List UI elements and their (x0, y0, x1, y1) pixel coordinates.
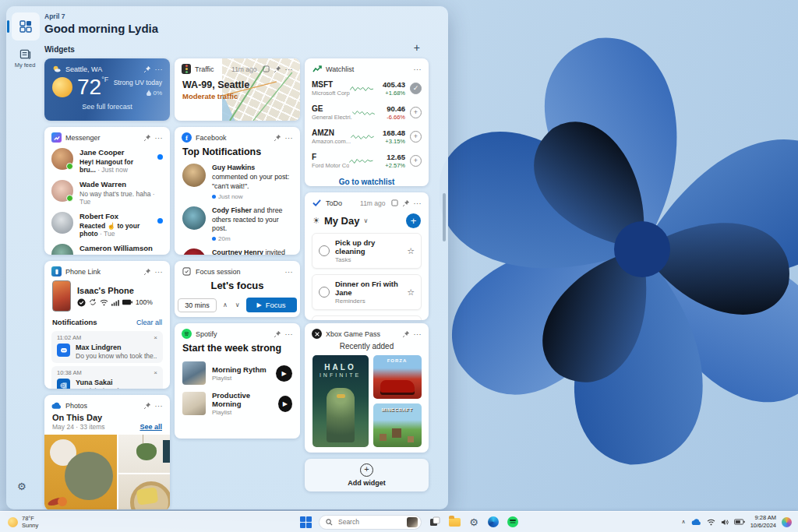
focus-duration-value[interactable]: 30 mins (178, 298, 217, 312)
xbox-game-pass-widget[interactable]: Xbox Game Pass ··· Recently added HALO I… (305, 323, 429, 453)
clear-all-link[interactable]: Clear all (136, 319, 162, 326)
game-cover-halo-infinite[interactable]: HALO INFINITE (312, 355, 369, 447)
game-cover-forza[interactable]: FORZA (373, 355, 422, 399)
more-options-icon[interactable]: ··· (155, 65, 164, 73)
pin-icon[interactable] (143, 402, 151, 410)
game-title: FORZA (373, 358, 422, 363)
traffic-widget[interactable]: Traffic 11m ago ··· WA-99, Seattle Moder… (175, 58, 300, 121)
pin-icon[interactable] (402, 330, 410, 338)
file-explorer-button[interactable] (448, 516, 461, 528)
sync-icon[interactable] (89, 298, 97, 306)
taskbar-weather-button[interactable]: 78°F Sunny (8, 515, 38, 530)
task-list: Tasks (335, 256, 401, 263)
expand-icon[interactable] (263, 65, 270, 72)
more-options-icon[interactable]: ··· (414, 199, 422, 207)
close-icon[interactable]: × (154, 369, 157, 376)
onedrive-icon[interactable] (691, 519, 701, 526)
chevron-down-icon[interactable]: ∨ (363, 217, 368, 224)
focus-start-button[interactable]: ▶Focus (246, 298, 297, 312)
stock-symbol: F (312, 153, 349, 161)
xbox-title: Xbox Game Pass (326, 330, 380, 338)
nav-widgets-button[interactable] (12, 12, 40, 41)
add-task-button[interactable]: + (406, 213, 421, 228)
messenger-widget[interactable]: Messenger ··· Jane Cooper Hey! Hangout f… (44, 127, 170, 255)
photo-collage (44, 435, 170, 509)
see-all-link[interactable]: See all (139, 423, 162, 431)
photo-thumbnail[interactable] (118, 474, 170, 509)
panel-scrollbar[interactable] (443, 193, 446, 241)
phone-notification: 11:02 AM× Max LindgrenDo you know who to… (51, 331, 163, 363)
game-title: MINECRAFT (373, 407, 422, 412)
edge-button[interactable] (487, 516, 500, 528)
more-options-icon[interactable]: ··· (285, 268, 294, 276)
game-cover-minecraft[interactable]: MINECRAFT (373, 403, 422, 447)
more-options-icon[interactable]: ··· (285, 65, 294, 73)
pin-icon[interactable] (402, 199, 410, 207)
close-icon[interactable]: × (154, 334, 157, 341)
photo-thumbnail[interactable] (44, 435, 117, 509)
pin-icon[interactable] (274, 65, 281, 73)
duration-decrease-button[interactable]: ∨ (234, 301, 242, 308)
add-widget-plus-button[interactable]: + (414, 42, 420, 53)
pin-icon[interactable] (143, 134, 151, 142)
phone-thumbnail[interactable] (52, 280, 71, 312)
copilot-icon[interactable] (782, 517, 792, 527)
pin-icon[interactable] (143, 65, 151, 73)
more-options-icon[interactable]: ··· (155, 402, 164, 410)
star-icon[interactable]: ☆ (407, 246, 415, 256)
todo-widget[interactable]: ToDo 11m ago ··· ☀ My Day ∨ + Pick up dr… (305, 192, 429, 320)
task-title: Pick up dry cleaning (335, 238, 401, 255)
watchlist-row: AMZNAmazon.com... 168.48+3.15% + (305, 125, 429, 149)
more-options-icon[interactable]: ··· (414, 65, 422, 73)
more-options-icon[interactable]: ··· (155, 268, 164, 276)
message-preview: Hope you're enjoying it in... · Mon (79, 254, 163, 255)
focus-session-widget[interactable]: Focus session ··· Let's focus 30 mins ∧ … (175, 261, 300, 317)
watchlist-add-button[interactable]: + (410, 155, 422, 167)
watchlist-added-button[interactable]: ✓ (410, 83, 422, 94)
weather-widget[interactable]: Seattle, WA ··· 72°F Strong UV today 0% … (44, 58, 170, 121)
start-button[interactable] (300, 516, 312, 528)
watchlist-add-button[interactable]: + (410, 107, 422, 118)
expand-icon[interactable] (391, 199, 398, 206)
stock-symbol: AMZN (312, 129, 351, 137)
speaker-icon[interactable] (721, 519, 729, 526)
watchlist-add-button[interactable]: + (410, 131, 422, 143)
nav-my-feed-button[interactable]: My feed (9, 48, 41, 69)
play-button[interactable]: ▶ (278, 396, 292, 412)
settings-button[interactable]: ⚙ (468, 516, 480, 528)
task-checkbox[interactable] (319, 287, 330, 298)
star-icon[interactable]: ☆ (407, 287, 415, 298)
add-widget-card[interactable]: + Add widget (305, 459, 429, 491)
battery-icon[interactable] (734, 519, 745, 525)
facebook-widget[interactable]: f Facebook ··· Top Notifications Guy Haw… (175, 127, 300, 255)
spotify-taskbar-button[interactable] (507, 516, 519, 528)
device-name: Isaac's Phone (77, 286, 153, 295)
messages-app-icon (57, 344, 70, 357)
phone-link-widget[interactable]: Phone Link ··· Isaac's Phone 100% (44, 261, 170, 389)
pin-icon[interactable] (274, 134, 281, 142)
search-highlight-image[interactable] (407, 517, 418, 527)
pin-icon[interactable] (143, 268, 151, 276)
taskbar-search-box[interactable] (319, 515, 422, 530)
tray-overflow-chevron[interactable]: ∧ (682, 519, 686, 525)
wifi-icon[interactable] (707, 519, 715, 526)
go-to-watchlist-link[interactable]: Go to watchlist (305, 178, 429, 186)
task-checkbox[interactable] (319, 245, 330, 256)
duration-increase-button[interactable]: ∧ (221, 301, 229, 308)
task-view-button[interactable] (429, 516, 441, 528)
more-options-icon[interactable]: ··· (285, 134, 294, 142)
watchlist-widget[interactable]: Watchlist ··· MSFTMicrosoft Corp 405.43+… (305, 58, 429, 186)
spotify-widget[interactable]: Spotify ··· Start the week strong Mornin… (175, 323, 300, 439)
taskbar-clock[interactable]: 9:28 AM 10/6/2024 (750, 514, 776, 530)
search-input[interactable] (337, 517, 394, 527)
more-options-icon[interactable]: ··· (414, 330, 422, 338)
photo-thumbnail[interactable] (118, 435, 170, 473)
more-options-icon[interactable]: ··· (155, 134, 164, 142)
photos-widget[interactable]: Photos ··· On This Day May 24 · 33 items… (44, 395, 170, 509)
play-button[interactable]: ▶ (276, 365, 292, 382)
panel-settings-gear-icon[interactable]: ⚙ (17, 481, 26, 492)
more-options-icon[interactable]: ··· (285, 330, 294, 338)
see-full-forecast-link[interactable]: See full forecast (44, 103, 170, 111)
photos-heading: On This Day (44, 413, 170, 422)
pin-icon[interactable] (274, 330, 281, 338)
